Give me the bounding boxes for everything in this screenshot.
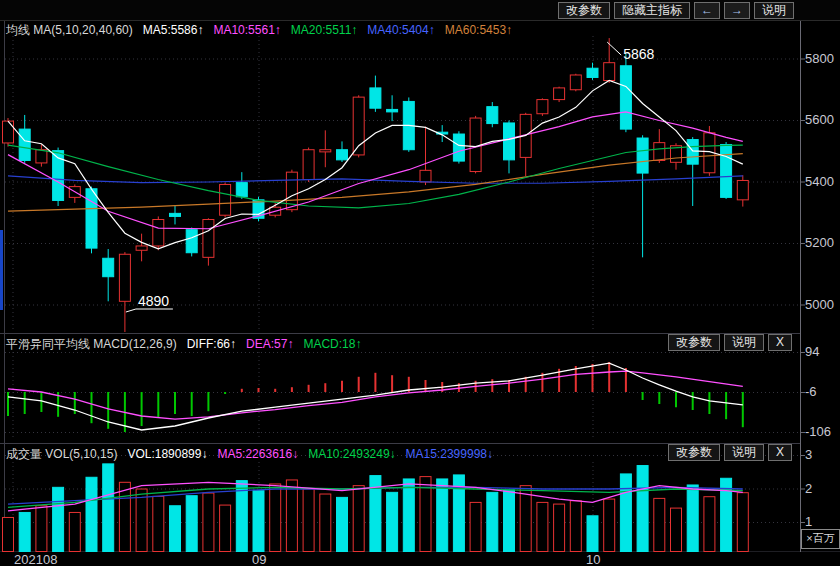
- macd-change-params-button[interactable]: 改参数: [668, 334, 720, 351]
- scroll-left-button[interactable]: ←: [694, 2, 720, 19]
- help-button[interactable]: 说明: [754, 2, 794, 19]
- macd-help-button[interactable]: 说明: [724, 334, 764, 351]
- macd-panel: [8, 362, 743, 432]
- left-edge-strip: [0, 230, 3, 310]
- volume-close-button[interactable]: X: [768, 444, 792, 461]
- macd-button-group: 改参数说明X: [668, 334, 792, 351]
- volume-panel: [3, 464, 749, 552]
- low-annotation: 4890: [138, 293, 169, 309]
- time-axis: [0, 552, 840, 566]
- candlestick-panel: [3, 38, 749, 339]
- volume-button-group: 改参数说明X: [668, 444, 792, 461]
- macd-close-button[interactable]: X: [768, 334, 792, 351]
- hide-main-indicator-button[interactable]: 隐藏主指标: [614, 2, 690, 19]
- high-annotation: 5868: [623, 46, 654, 62]
- title-button-group: 改参数隐藏主指标←→说明: [558, 2, 794, 19]
- volume-change-params-button[interactable]: 改参数: [668, 444, 720, 461]
- volume-help-button[interactable]: 说明: [724, 444, 764, 461]
- scroll-right-button[interactable]: →: [724, 2, 750, 19]
- volume-unit-box: ×百万: [801, 529, 840, 549]
- change-params-button[interactable]: 改参数: [558, 2, 610, 19]
- chart-canvas[interactable]: 58684890: [0, 0, 840, 566]
